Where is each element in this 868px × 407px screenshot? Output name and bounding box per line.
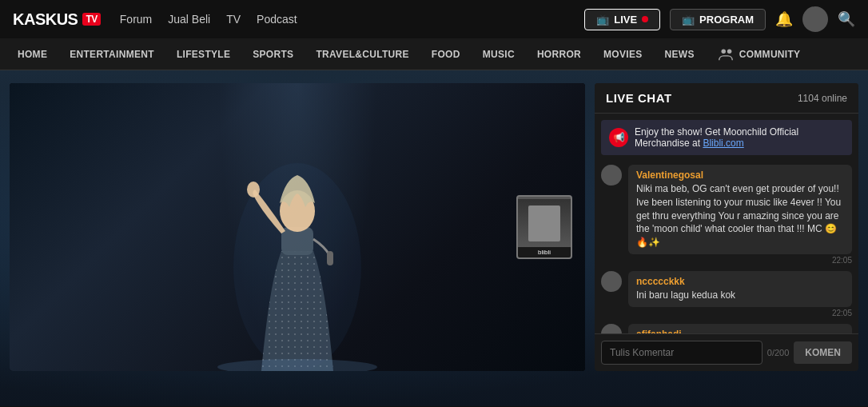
msg-time-0: 22:05 [628, 256, 852, 265]
chat-message-2: afifanhadi setengah jam awal promo doang… [601, 324, 852, 333]
nav-jualbeli[interactable]: Jual Beli [168, 13, 210, 26]
msg-bubble-0: Valentinegosal Niki ma beb, OG can't eve… [628, 165, 852, 254]
pinned-message: 📢 Enjoy the show! Get Moonchild Official… [601, 120, 852, 155]
nav-music[interactable]: MUSIC [472, 38, 526, 70]
video-player[interactable]: blibli [10, 83, 585, 371]
hero-section: blibli LIVE CHAT 1104 online 📢 Enjoy the… [0, 70, 868, 406]
online-count: 1104 online [798, 93, 847, 104]
svg-point-1 [727, 49, 732, 54]
nav-movies[interactable]: MOVIES [592, 38, 653, 70]
program-label: PROGRAM [699, 14, 754, 26]
nav-food[interactable]: FOOD [420, 38, 472, 70]
community-label: COMMUNITY [739, 49, 801, 60]
msg-body-0: Valentinegosal Niki ma beb, OG can't eve… [628, 165, 852, 265]
nav-forum[interactable]: Forum [120, 13, 152, 26]
pinned-text: Enjoy the show! Get Moonchild Official M… [635, 126, 844, 149]
nav-home[interactable]: HOME [6, 38, 58, 70]
nav-tv[interactable]: TV [226, 13, 241, 26]
program-button[interactable]: 📺 PROGRAM [670, 9, 766, 30]
live-label: LIVE [614, 14, 637, 26]
community-icon [717, 46, 735, 63]
live-button[interactable]: 📺 LIVE [584, 9, 660, 30]
avatar[interactable] [802, 6, 828, 32]
logo-text: KASKUS [13, 10, 78, 29]
bottom-nav: HOME ENTERTAINMENT LIFESTYLE SPORTS TRAV… [0, 38, 868, 70]
nav-links: Forum Jual Beli TV Podcast [120, 13, 565, 26]
nav-travel[interactable]: TRAVEL&CULTURE [305, 38, 420, 70]
live-dot [642, 16, 648, 22]
bell-icon[interactable]: 🔔 [775, 10, 793, 28]
pinned-link[interactable]: Blibli.com [703, 138, 743, 149]
chat-input-area: 0/200 KOMEN [595, 333, 858, 371]
nav-podcast[interactable]: Podcast [257, 13, 297, 26]
msg-avatar-1 [601, 271, 622, 292]
msg-avatar-2 [601, 324, 622, 333]
video-thumbnail[interactable]: blibli [516, 195, 572, 259]
msg-text-1: Ini baru lagu kedua kok [636, 289, 844, 302]
nav-community[interactable]: COMMUNITY [706, 38, 812, 70]
msg-bubble-2: afifanhadi setengah jam awal promo doang… [628, 324, 852, 333]
msg-time-1: 22:05 [628, 309, 852, 317]
program-icon: 📺 [682, 14, 695, 26]
pin-icon: 📢 [609, 128, 628, 147]
video-background: blibli [10, 83, 585, 371]
nav-horror[interactable]: HORROR [526, 38, 592, 70]
logo-tv-badge: TV [82, 13, 100, 26]
svg-rect-6 [327, 251, 333, 265]
chat-panel: LIVE CHAT 1104 online 📢 Enjoy the show! … [595, 83, 858, 371]
singer-figure [157, 107, 437, 371]
nav-entertainment[interactable]: ENTERTAINMENT [58, 38, 165, 70]
svg-point-5 [247, 182, 260, 198]
chat-messages-container[interactable]: Valentinegosal Niki ma beb, OG can't eve… [595, 162, 858, 333]
komen-button[interactable]: KOMEN [794, 341, 852, 364]
live-icon: 📺 [596, 14, 609, 26]
logo[interactable]: KASKUS TV [13, 10, 101, 29]
msg-bubble-1: nccccckkk Ini baru lagu kedua kok [628, 271, 852, 307]
msg-username-1: nccccckkk [636, 276, 844, 287]
top-nav: KASKUS TV Forum Jual Beli TV Podcast 📺 L… [0, 0, 868, 38]
chat-header: LIVE CHAT 1104 online [595, 83, 858, 114]
msg-avatar-0 [601, 165, 622, 186]
chat-message-0: Valentinegosal Niki ma beb, OG can't eve… [601, 165, 852, 265]
msg-username-0: Valentinegosal [636, 170, 844, 181]
nav-right: 📺 LIVE 📺 PROGRAM 🔔 🔍 [584, 6, 855, 32]
svg-point-0 [721, 49, 726, 54]
msg-body-2: afifanhadi setengah jam awal promo doang… [628, 324, 852, 333]
nav-sports[interactable]: SPORTS [241, 38, 305, 70]
nav-news[interactable]: NEWS [654, 38, 706, 70]
thumbnail-label: blibli [518, 247, 571, 257]
msg-text-0: Niki ma beb, OG can't even get prouder o… [636, 182, 844, 249]
chat-input[interactable] [601, 341, 762, 365]
chat-title: LIVE CHAT [606, 91, 672, 105]
svg-point-7 [217, 359, 377, 371]
chat-message-1: nccccckkk Ini baru lagu kedua kok 22:05 [601, 271, 852, 317]
msg-body-1: nccccckkk Ini baru lagu kedua kok 22:05 [628, 271, 852, 317]
char-count: 0/200 [767, 348, 790, 357]
nav-lifestyle[interactable]: LIFESTYLE [165, 38, 241, 70]
main-content: blibli LIVE CHAT 1104 online 📢 Enjoy the… [0, 70, 868, 382]
search-icon[interactable]: 🔍 [838, 10, 855, 28]
